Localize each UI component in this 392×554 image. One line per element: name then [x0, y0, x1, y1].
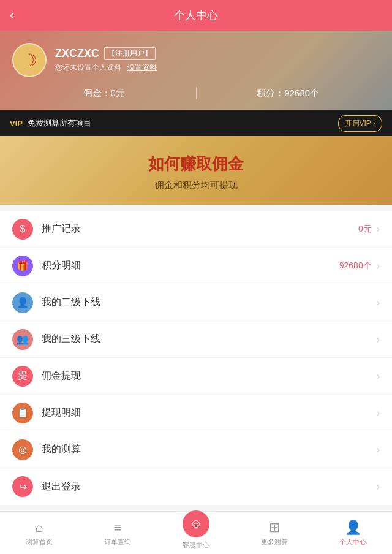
menu-value-points-detail: 92680个: [339, 260, 372, 271]
profile-badge: 【注册用户】: [104, 47, 156, 60]
menu-arrow-commission-withdraw: ›: [377, 371, 380, 382]
menu-item-logout[interactable]: ↪ 退出登录 ›: [0, 468, 392, 505]
menu-label-withdraw-detail: 提现明细: [42, 406, 377, 419]
menu-icon-withdraw-detail: 📋: [12, 403, 33, 423]
header: ‹ 个人中心: [0, 0, 392, 31]
profile-section: ☽ ZXCZXC 【注册用户】 您还未设置个人资料 设置资料 佣金：0元 积分：…: [0, 31, 392, 110]
menu-label-level2-downline: 我的二级下线: [42, 296, 377, 309]
menu-arrow-promo-record: ›: [377, 224, 380, 235]
menu-item-my-calc[interactable]: ◎ 我的测算 ›: [0, 431, 392, 468]
menu-arrow-withdraw-detail: ›: [377, 408, 380, 419]
vip-banner: VIP 免费测算所有项目 开启VIP ›: [0, 110, 392, 136]
menu-icon-promo-record: $: [12, 219, 33, 240]
points-stat: 积分：92680个: [197, 88, 380, 99]
nav-icon-service: ☺: [183, 510, 209, 537]
menu-arrow-level3-downline: ›: [377, 334, 380, 345]
nav-label-profile: 个人中心: [339, 537, 366, 547]
vip-label: VIP: [10, 119, 23, 128]
menu-arrow-logout: ›: [377, 481, 380, 492]
menu-item-level2-downline[interactable]: 👤 我的二级下线 ›: [0, 284, 392, 321]
menu-icon-level2-downline: 👤: [12, 292, 33, 313]
nav-item-profile[interactable]: 👤 个人中心: [314, 512, 392, 554]
menu-item-withdraw-detail[interactable]: 📋 提现明细 ›: [0, 395, 392, 431]
nav-item-home[interactable]: ⌂ 测算首页: [0, 512, 78, 554]
nav-item-service[interactable]: ☺ 客服中心: [157, 512, 235, 554]
avatar: ☽: [12, 43, 47, 77]
promo-banner: 如何赚取佣金 佣金和积分均可提现: [0, 136, 392, 205]
menu-arrow-points-detail: ›: [377, 260, 380, 271]
menu-label-level3-downline: 我的三级下线: [42, 333, 377, 346]
menu-icon-logout: ↪: [12, 476, 33, 497]
menu-item-points-detail[interactable]: 🎁 积分明细 92680个 ›: [0, 248, 392, 284]
nav-icon-profile: 👤: [345, 520, 361, 536]
vip-activate-button[interactable]: 开启VIP ›: [338, 115, 382, 132]
nav-icon-home: ⌂: [35, 520, 43, 536]
promo-subtitle: 佣金和积分均可提现: [12, 180, 380, 191]
nav-item-orders[interactable]: ≡ 订单查询: [78, 512, 157, 554]
nav-icon-orders: ≡: [114, 520, 122, 536]
nav-label-service: 客服中心: [183, 541, 209, 550]
menu-icon-level3-downline: 👥: [12, 329, 33, 350]
promo-title: 如何赚取佣金: [12, 153, 380, 175]
nav-label-orders: 订单查询: [104, 537, 131, 547]
menu-list: $ 推广记录 0元 › 🎁 积分明细 92680个 › 👤 我的二级下线 › 👥…: [0, 211, 392, 505]
menu-label-promo-record: 推广记录: [42, 222, 358, 235]
avatar-icon: ☽: [22, 50, 37, 70]
profile-sub-hint: 您还未设置个人资料: [55, 63, 121, 73]
profile-name: ZXCZXC: [55, 47, 99, 60]
nav-icon-more: ⊞: [269, 520, 280, 536]
menu-item-level3-downline[interactable]: 👥 我的三级下线 ›: [0, 321, 392, 358]
menu-label-my-calc: 我的测算: [42, 443, 377, 456]
vip-text: 免费测算所有项目: [28, 118, 91, 129]
profile-info: ZXCZXC 【注册用户】 您还未设置个人资料 设置资料: [55, 47, 380, 73]
menu-arrow-my-calc: ›: [377, 444, 380, 455]
commission-stat: 佣金：0元: [12, 88, 196, 99]
bottom-nav: ⌂ 测算首页 ≡ 订单查询 ☺ 客服中心 ⊞ 更多测算 👤 个人中心: [0, 511, 392, 554]
menu-icon-my-calc: ◎: [12, 439, 33, 460]
nav-label-more: 更多测算: [261, 537, 288, 547]
menu-item-promo-record[interactable]: $ 推广记录 0元 ›: [0, 211, 392, 248]
nav-label-home: 测算首页: [26, 537, 53, 547]
menu-arrow-level2-downline: ›: [377, 297, 380, 308]
menu-icon-commission-withdraw: 提: [12, 366, 33, 387]
nav-item-more[interactable]: ⊞ 更多测算: [235, 512, 314, 554]
menu-label-logout: 退出登录: [42, 480, 377, 493]
menu-label-commission-withdraw: 佣金提现: [42, 370, 377, 382]
header-title: 个人中心: [174, 8, 218, 23]
menu-icon-points-detail: 🎁: [12, 256, 33, 276]
menu-item-commission-withdraw[interactable]: 提 佣金提现 ›: [0, 358, 392, 395]
back-button[interactable]: ‹: [10, 7, 14, 23]
profile-setup-link[interactable]: 设置资料: [127, 63, 157, 73]
menu-label-points-detail: 积分明细: [42, 259, 339, 272]
menu-value-promo-record: 0元: [358, 224, 372, 235]
